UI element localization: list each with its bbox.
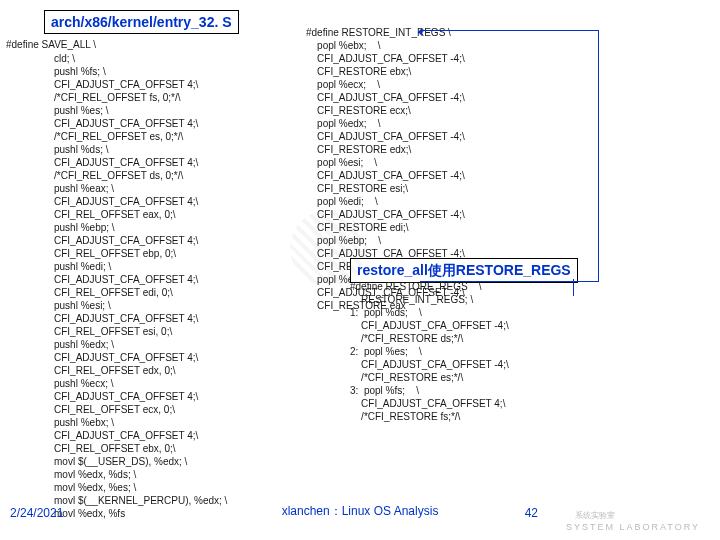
title-left: arch/x86/kernel/entry_32. S xyxy=(51,14,232,30)
code-save-all-body: cld; \ pushl %fs; \ CFI_ADJUST_CFA_OFFSE… xyxy=(54,52,227,520)
arrow-connector-2v xyxy=(573,279,574,296)
watermark-sub: SYSTEM LABORATORY xyxy=(566,522,700,532)
code-define-save-all: #define SAVE_ALL \ xyxy=(6,38,96,51)
arrow-connector-1 xyxy=(420,30,599,282)
watermark-lab: 系统实验室 xyxy=(575,510,615,521)
watermark-seal-icon xyxy=(290,210,366,286)
footer-page: 42 xyxy=(525,506,538,520)
title-left-box: arch/x86/kernel/entry_32. S xyxy=(44,10,239,34)
code-restore-regs: #define RESTORE_REGS \ RESTORE_INT_REGS;… xyxy=(350,280,509,423)
